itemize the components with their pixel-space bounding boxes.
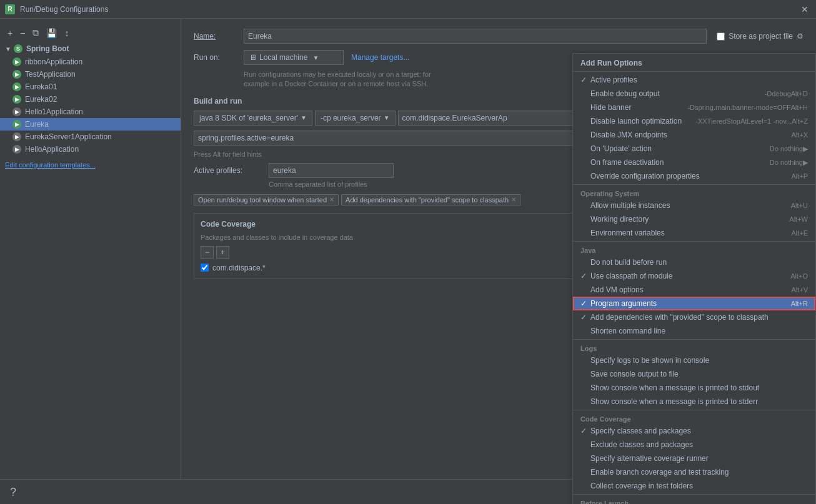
menu-item-enable-debug[interactable]: Enable debug output -Ddebug Alt+D	[573, 87, 815, 101]
config-icon-ribbon: ▶	[12, 57, 21, 66]
config-icon-eureka02: ▶	[12, 95, 21, 104]
menu-item-exclude-classes[interactable]: Exclude classes and packages	[573, 438, 815, 452]
menu-label-branch-coverage: Enable branch coverage and test tracking	[590, 468, 808, 477]
check-add-deps-provided: ✓	[580, 313, 590, 322]
menu-item-save-console[interactable]: Save console output to file	[573, 367, 815, 381]
menu-label-add-deps-provided: Add dependencies with "provided" scope t…	[590, 313, 808, 322]
sort-config-button[interactable]: ↕	[62, 27, 71, 39]
config-icon-test: ▶	[12, 70, 21, 79]
java-sdk-value: java 8 SDK of 'eureka_server'	[199, 114, 298, 122]
menu-label-save-console: Save console output to file	[590, 370, 808, 378]
sidebar-item-label-eureka-server1: EurekaServer1Application	[25, 132, 112, 141]
menu-item-specify-classes[interactable]: ✓ Specify classes and packages	[573, 424, 815, 438]
tag-add-deps[interactable]: Add dependencies with "provided" scope t…	[341, 194, 520, 205]
check-specify-classes: ✓	[580, 427, 590, 435]
menu-sep-os	[573, 184, 815, 185]
menu-item-allow-multiple[interactable]: Allow multiple instances Alt+U	[573, 199, 815, 212]
menu-item-frame-deactivation[interactable]: On frame deactivation Do nothing ▶	[573, 156, 815, 169]
sidebar-group-spring-boot[interactable]: ▼ S Spring Boot	[0, 42, 181, 56]
menu-label-specify-classes: Specify classes and packages	[590, 427, 808, 435]
run-on-dropdown[interactable]: 🖥 Local machine ▼	[244, 50, 344, 65]
tag-label-add-deps: Add dependencies with "provided" scope t…	[346, 196, 509, 204]
menu-item-working-dir[interactable]: Working directory Alt+W	[573, 212, 815, 226]
sidebar-item-test[interactable]: ▶ TestApplication	[0, 68, 181, 81]
menu-item-env-vars[interactable]: Environment variables Alt+E	[573, 226, 815, 240]
menu-label-working-dir: Working directory	[590, 215, 789, 224]
menu-label-exclude-classes: Exclude classes and packages	[590, 440, 808, 449]
cp-dropdown[interactable]: -cp eureka_server ▼	[315, 111, 396, 126]
manage-targets-link[interactable]: Manage targets...	[351, 53, 409, 62]
coverage-remove-btn[interactable]: −	[201, 246, 214, 259]
add-config-button[interactable]: +	[5, 27, 15, 39]
edit-templates-link[interactable]: Edit configuration templates...	[5, 161, 96, 169]
menu-item-update-action[interactable]: On 'Update' action Do nothing ▶	[573, 142, 815, 156]
save-config-button[interactable]: 💾	[44, 27, 59, 39]
menu-item-logs-console[interactable]: Specify logs to be shown in console	[573, 353, 815, 367]
sidebar-item-label-test: TestApplication	[25, 70, 76, 79]
menu-item-add-deps-provided[interactable]: ✓ Add dependencies with "provided" scope…	[573, 310, 815, 324]
coverage-add-btn[interactable]: +	[216, 246, 229, 259]
store-gear-icon[interactable]: ⚙	[797, 32, 804, 41]
menu-group-coverage: Code Coverage	[573, 412, 815, 424]
coverage-item-label: com.didispace.*	[212, 264, 266, 272]
menu-label-vm-options: Add VM options	[590, 285, 791, 294]
menu-item-disable-jmx[interactable]: Disable JMX endpoints Alt+X	[573, 128, 815, 142]
tag-open-window[interactable]: Open run/debug tool window when started …	[194, 194, 339, 205]
config-icon-hello1: ▶	[12, 107, 21, 116]
menu-item-alt-coverage[interactable]: Specify alternative coverage runner	[573, 452, 815, 465]
menu-sep-logs	[573, 339, 815, 340]
title-bar: R Run/Debug Configurations ✕	[0, 0, 816, 19]
menu-label-classpath-module: Use classpath of module	[590, 272, 790, 280]
menu-label-collect-coverage: Collect coverage in test folders	[590, 482, 808, 490]
menu-item-classpath-module[interactable]: ✓ Use classpath of module Alt+O	[573, 269, 815, 283]
sidebar-item-hello1[interactable]: ▶ Hello1Application	[0, 106, 181, 118]
menu-shortcut-vm-options: Alt+V	[791, 286, 808, 294]
menu-item-vm-options[interactable]: Add VM options Alt+V	[573, 283, 815, 297]
close-button[interactable]: ✕	[799, 4, 811, 14]
menu-separator-top	[573, 71, 815, 72]
cp-value: -cp eureka_server	[321, 114, 381, 122]
active-profiles-input[interactable]	[269, 163, 394, 178]
sidebar-item-ribbon[interactable]: ▶ ribbonApplication	[0, 56, 181, 68]
menu-header: Add Run Options	[573, 56, 815, 70]
store-as-project-checkbox[interactable]	[717, 32, 725, 41]
menu-sep-coverage	[573, 410, 815, 410]
menu-shortcut-frame-deactivation: ▶	[803, 159, 808, 167]
menu-label-shorten-cmd: Shorten command line	[590, 327, 808, 335]
menu-item-no-build[interactable]: Do not build before run	[573, 255, 815, 269]
copy-config-button[interactable]: ⧉	[30, 26, 41, 39]
menu-label-logs-console: Specify logs to be shown in console	[590, 356, 808, 365]
menu-sep-before-launch	[573, 494, 815, 495]
menu-label-alt-coverage: Specify alternative coverage runner	[590, 454, 808, 463]
java-sdk-dropdown[interactable]: java 8 SDK of 'eureka_server' ▼	[194, 111, 312, 126]
sidebar-item-hello[interactable]: ▶ HelloApplication	[0, 143, 181, 156]
help-button[interactable]: ?	[10, 486, 16, 499]
menu-item-collect-coverage[interactable]: Collect coverage in test folders	[573, 479, 815, 493]
sidebar-item-eureka[interactable]: ▶ Eureka	[0, 118, 181, 131]
menu-sublabel-disable-opt: -XXTieredStopAtLevel=1 -nov...	[695, 117, 792, 125]
coverage-item-checkbox[interactable]	[201, 264, 209, 272]
menu-item-program-args[interactable]: ✓ Program arguments Alt+R	[573, 297, 815, 310]
sidebar-item-eureka02[interactable]: ▶ Eureka02	[0, 93, 181, 106]
tag-close-open-window[interactable]: ✕	[329, 196, 334, 203]
name-input[interactable]	[244, 29, 707, 44]
menu-item-show-stderr[interactable]: Show console when a message is printed t…	[573, 395, 815, 408]
app-icon: R	[5, 4, 15, 14]
menu-item-hide-banner[interactable]: Hide banner -Dspring.main.banner-mode=OF…	[573, 101, 815, 114]
menu-label-active-profiles: Active profiles	[590, 76, 808, 84]
menu-sublabel-frame-deactivation: Do nothing	[770, 159, 803, 166]
menu-label-disable-opt: Disable launch optimization	[590, 117, 693, 126]
remove-config-button[interactable]: −	[17, 27, 27, 39]
sidebar-item-eureka01[interactable]: ▶ Eureka01	[0, 81, 181, 93]
tag-close-add-deps[interactable]: ✕	[511, 196, 516, 203]
menu-item-show-stdout[interactable]: Show console when a message is printed t…	[573, 381, 815, 395]
menu-item-override-config[interactable]: Override configuration properties Alt+P	[573, 169, 815, 183]
menu-item-active-profiles[interactable]: ✓ Active profiles	[573, 73, 815, 87]
sidebar-item-eureka-server1[interactable]: ▶ EurekaServer1Application	[0, 131, 181, 143]
menu-shortcut-env-vars: Alt+E	[791, 229, 808, 237]
menu-item-shorten-cmd[interactable]: Shorten command line	[573, 324, 815, 338]
menu-item-branch-coverage[interactable]: Enable branch coverage and test tracking	[573, 465, 815, 479]
check-classpath-module: ✓	[580, 272, 590, 280]
sidebar-group-label: Spring Boot	[26, 44, 69, 53]
menu-item-disable-opt[interactable]: Disable launch optimization -XXTieredSto…	[573, 114, 815, 128]
